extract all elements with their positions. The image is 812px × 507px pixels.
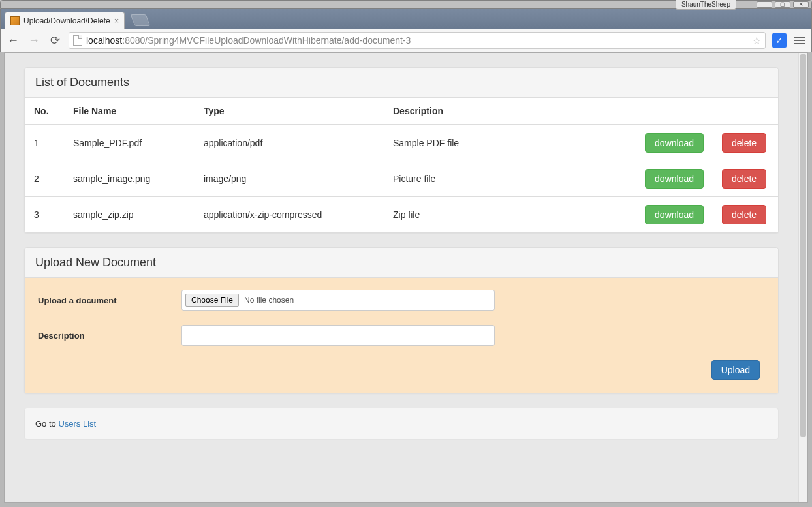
file-label: Upload a document <box>38 296 181 305</box>
url-host: localhost <box>86 35 122 46</box>
scrollbar-thumb[interactable] <box>800 54 806 437</box>
url-path: /Spring4MVCFileUploadDownloadWithHiberna… <box>145 35 411 46</box>
choose-file-button[interactable]: Choose File <box>185 294 239 307</box>
os-titlebar: ShaunTheSheep — ▢ ✕ <box>0 0 812 9</box>
file-input[interactable]: Choose File No file chosen <box>181 290 495 311</box>
upload-heading: Upload New Document <box>25 248 778 278</box>
cell-type: application/x-zip-compressed <box>195 197 384 233</box>
browser-toolbar: ← → ⟳ localhost:8080/Spring4MVCFileUploa… <box>0 29 812 52</box>
browser-tab-title: Upload/Download/Delete <box>23 16 110 25</box>
description-input[interactable] <box>181 325 495 346</box>
browser-tab[interactable]: Upload/Download/Delete × <box>5 12 125 29</box>
url-port: :8080 <box>122 35 145 46</box>
new-tab-button[interactable] <box>131 14 151 26</box>
cell-name: Sample_PDF.pdf <box>64 125 195 161</box>
col-header-name: File Name <box>64 98 195 125</box>
file-chosen-text: No file chosen <box>244 296 294 305</box>
documents-table: No. File Name Type Description 1 <box>25 98 778 232</box>
documents-heading: List of Documents <box>25 68 778 98</box>
users-list-link[interactable]: Users List <box>58 419 96 429</box>
favicon-icon <box>10 16 20 25</box>
upload-button[interactable]: Upload <box>711 360 760 380</box>
description-label: Description <box>38 331 181 341</box>
cell-type: application/pdf <box>195 125 384 161</box>
os-app-name: ShaunTheSheep <box>676 0 736 10</box>
cell-desc: Picture file <box>384 161 636 197</box>
delete-button[interactable]: delete <box>722 169 766 189</box>
window-minimize-button[interactable]: — <box>757 1 772 8</box>
cell-desc: Zip file <box>384 197 636 233</box>
col-header-type: Type <box>195 98 384 125</box>
cell-name: sample_image.png <box>64 161 195 197</box>
table-row: 3 sample_zip.zip application/x-zip-compr… <box>25 197 778 233</box>
cell-type: image/png <box>195 161 384 197</box>
page-icon <box>73 35 82 46</box>
delete-button[interactable]: delete <box>722 205 766 224</box>
window-close-button[interactable]: ✕ <box>793 1 809 8</box>
col-header-no: No. <box>25 98 64 125</box>
cell-no: 1 <box>25 125 64 161</box>
documents-panel: List of Documents No. File Name Type Des… <box>24 67 779 233</box>
bookmark-star-icon[interactable]: ☆ <box>752 35 761 47</box>
cell-desc: Sample PDF file <box>384 125 636 161</box>
download-button[interactable]: download <box>645 205 704 224</box>
forward-button[interactable]: → <box>27 34 41 48</box>
cell-no: 2 <box>25 161 64 197</box>
window-maximize-button[interactable]: ▢ <box>775 1 790 8</box>
browser-tab-strip: Upload/Download/Delete × <box>0 9 812 29</box>
url-bar[interactable]: localhost:8080/Spring4MVCFileUploadDownl… <box>69 32 766 49</box>
hamburger-menu-icon[interactable] <box>793 37 806 44</box>
extension-icon[interactable]: ✓ <box>772 33 787 48</box>
download-button[interactable]: download <box>645 133 704 153</box>
reload-button[interactable]: ⟳ <box>48 33 62 48</box>
table-row: 2 sample_image.png image/png Picture fil… <box>25 161 778 197</box>
table-row: 1 Sample_PDF.pdf application/pdf Sample … <box>25 125 778 161</box>
delete-button[interactable]: delete <box>722 133 766 153</box>
cell-no: 3 <box>25 197 64 233</box>
upload-panel: Upload New Document Upload a document Ch… <box>24 247 779 393</box>
footer-well: Go to Users List <box>24 408 779 440</box>
tab-close-icon[interactable]: × <box>114 16 119 25</box>
col-header-desc: Description <box>384 98 636 125</box>
download-button[interactable]: download <box>645 169 704 189</box>
page-viewport: List of Documents No. File Name Type Des… <box>4 52 808 503</box>
vertical-scrollbar[interactable] <box>798 53 807 502</box>
footer-prefix: Go to <box>35 419 58 429</box>
back-button[interactable]: ← <box>6 34 20 48</box>
cell-name: sample_zip.zip <box>64 197 195 233</box>
